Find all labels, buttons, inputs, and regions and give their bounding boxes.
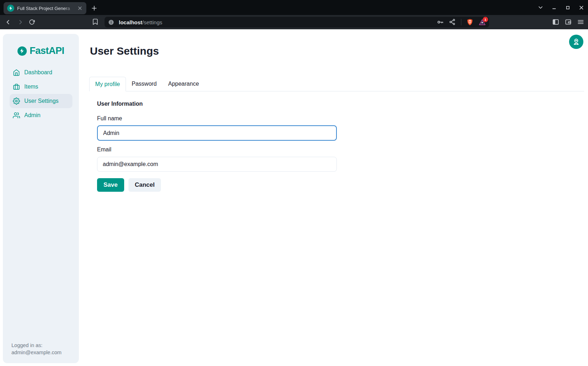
browser-tab[interactable]: Full Stack Project Genera xyxy=(4,2,86,14)
sidebar-item-dashboard[interactable]: Dashboard xyxy=(10,65,72,80)
sidebar-item-label: Admin xyxy=(24,112,40,119)
sidebar: FastAPI Dashboard Items xyxy=(3,34,79,363)
browser-tab-bar: Full Stack Project Genera xyxy=(0,0,588,15)
fastapi-bolt-icon xyxy=(17,46,27,56)
users-icon xyxy=(13,112,20,119)
forward-icon[interactable] xyxy=(16,18,24,26)
toolbar-divider xyxy=(461,19,461,25)
sidebar-item-items[interactable]: Items xyxy=(10,80,72,94)
sidebar-item-label: Dashboard xyxy=(24,69,52,76)
tab-appearance[interactable]: Appearance xyxy=(162,77,204,91)
sidebar-item-admin[interactable]: Admin xyxy=(10,108,72,122)
save-button[interactable]: Save xyxy=(97,178,124,192)
email-input[interactable] xyxy=(97,157,337,172)
url-host: localhost xyxy=(119,19,142,25)
new-tab-icon[interactable] xyxy=(89,3,99,13)
key-icon[interactable] xyxy=(437,19,444,26)
briefcase-icon xyxy=(13,83,20,90)
brave-shield-icon[interactable] xyxy=(466,19,473,26)
reload-icon[interactable] xyxy=(28,18,36,26)
url-path: /settings xyxy=(142,19,162,25)
url-text: localhost/settings xyxy=(119,19,437,25)
url-actions: 1 xyxy=(437,19,486,26)
close-icon[interactable] xyxy=(577,4,585,11)
sidebar-nav: Dashboard Items User Settings xyxy=(10,65,72,122)
form-actions: Save Cancel xyxy=(97,178,161,192)
site-info-icon[interactable] xyxy=(108,19,114,25)
url-bar[interactable]: localhost/settings 1 xyxy=(105,17,489,27)
home-icon xyxy=(13,69,20,76)
window-controls xyxy=(537,0,585,15)
tab-search-chevron-icon[interactable] xyxy=(537,4,544,11)
menu-icon[interactable] xyxy=(577,18,584,26)
fastapi-logo: FastAPI xyxy=(3,45,79,56)
settings-tabs: My profile Password Appearance xyxy=(89,77,584,91)
brave-rewards-icon[interactable]: 1 xyxy=(478,19,486,26)
fastapi-favicon-icon xyxy=(7,5,14,12)
sidebar-item-user-settings[interactable]: User Settings xyxy=(10,94,72,108)
logged-in-email: admin@example.com xyxy=(11,349,61,356)
browser-window: Full Stack Project Genera xyxy=(0,0,588,366)
full-name-label: Full name xyxy=(97,115,122,122)
user-astronaut-icon xyxy=(572,38,580,46)
toolbar-right xyxy=(552,18,584,26)
tab-title: Full Stack Project Genera xyxy=(17,6,74,11)
rewards-badge: 1 xyxy=(483,17,488,22)
cancel-button[interactable]: Cancel xyxy=(128,178,161,192)
logged-in-info: Logged in as: admin@example.com xyxy=(11,342,61,356)
logged-in-label: Logged in as: xyxy=(11,342,61,349)
email-label: Email xyxy=(97,146,111,153)
gear-icon xyxy=(13,97,20,105)
maximize-icon[interactable] xyxy=(564,4,572,11)
share-icon[interactable] xyxy=(449,19,456,26)
section-title: User Information xyxy=(97,101,143,107)
back-icon[interactable] xyxy=(4,18,12,26)
page-title: User Settings xyxy=(90,45,159,57)
bookmark-icon[interactable] xyxy=(92,18,100,26)
browser-toolbar: localhost/settings 1 xyxy=(0,15,588,29)
page-content: FastAPI Dashboard Items xyxy=(0,29,588,366)
sidebar-item-label: Items xyxy=(24,84,38,90)
wallet-icon[interactable] xyxy=(564,18,572,26)
side-panel-icon[interactable] xyxy=(552,18,559,26)
user-menu-button[interactable] xyxy=(569,35,583,49)
full-name-input[interactable] xyxy=(97,125,337,141)
tab-close-icon[interactable] xyxy=(77,5,83,11)
tab-my-profile[interactable]: My profile xyxy=(89,77,126,91)
tab-password[interactable]: Password xyxy=(126,77,162,91)
minimize-icon[interactable] xyxy=(550,4,558,11)
sidebar-item-label: User Settings xyxy=(24,98,59,104)
logo-text: FastAPI xyxy=(30,45,64,56)
